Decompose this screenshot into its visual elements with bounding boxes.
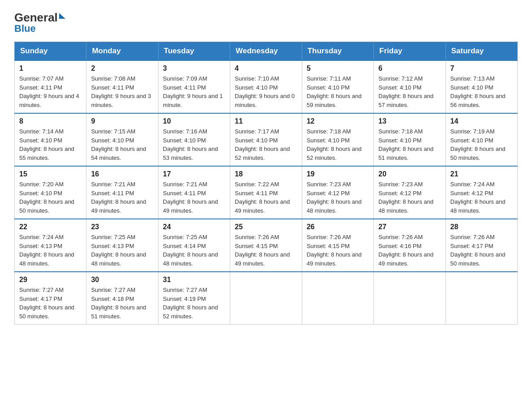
day-cell-15: 15 Sunrise: 7:20 AMSunset: 4:10 PMDaylig…	[15, 166, 86, 219]
day-cell-21: 21 Sunrise: 7:24 AMSunset: 4:12 PMDaylig…	[446, 166, 517, 219]
day-number: 15	[19, 170, 82, 178]
empty-cell	[374, 272, 446, 325]
empty-cell	[302, 272, 373, 325]
day-cell-13: 13 Sunrise: 7:18 AMSunset: 4:10 PMDaylig…	[374, 113, 446, 166]
day-info: Sunrise: 7:23 AMSunset: 4:12 PMDaylight:…	[307, 180, 369, 215]
day-info: Sunrise: 7:25 AMSunset: 4:13 PMDaylight:…	[91, 233, 153, 268]
day-number: 8	[19, 117, 82, 125]
day-number: 27	[378, 223, 441, 231]
logo-blue-text: Blue	[14, 23, 36, 34]
day-cell-29: 29 Sunrise: 7:27 AMSunset: 4:17 PMDaylig…	[15, 272, 86, 325]
day-number: 25	[235, 223, 297, 231]
day-info: Sunrise: 7:24 AMSunset: 4:12 PMDaylight:…	[450, 180, 513, 215]
week-row-1: 1 Sunrise: 7:07 AMSunset: 4:11 PMDayligh…	[15, 60, 518, 113]
day-info: Sunrise: 7:24 AMSunset: 4:13 PMDaylight:…	[19, 233, 82, 268]
day-info: Sunrise: 7:27 AMSunset: 4:17 PMDaylight:…	[19, 286, 82, 321]
day-cell-30: 30 Sunrise: 7:27 AMSunset: 4:18 PMDaylig…	[86, 272, 158, 325]
calendar-header-row: SundayMondayTuesdayWednesdayThursdayFrid…	[15, 42, 518, 61]
logo: General Blue	[14, 11, 65, 34]
day-info: Sunrise: 7:23 AMSunset: 4:12 PMDaylight:…	[378, 180, 441, 215]
day-number: 28	[450, 223, 513, 231]
day-number: 24	[163, 223, 225, 231]
day-cell-20: 20 Sunrise: 7:23 AMSunset: 4:12 PMDaylig…	[374, 166, 446, 219]
day-info: Sunrise: 7:26 AMSunset: 4:15 PMDaylight:…	[307, 233, 369, 268]
column-header-sunday: Sunday	[15, 42, 86, 61]
day-number: 14	[450, 117, 513, 125]
day-number: 12	[307, 117, 369, 125]
day-cell-19: 19 Sunrise: 7:23 AMSunset: 4:12 PMDaylig…	[302, 166, 373, 219]
day-number: 26	[307, 223, 369, 231]
day-number: 4	[235, 64, 297, 73]
day-cell-11: 11 Sunrise: 7:17 AMSunset: 4:10 PMDaylig…	[230, 113, 302, 166]
day-number: 16	[91, 170, 153, 178]
day-number: 30	[91, 276, 153, 284]
day-info: Sunrise: 7:21 AMSunset: 4:11 PMDaylight:…	[163, 180, 225, 215]
day-number: 3	[163, 64, 225, 73]
day-cell-7: 7 Sunrise: 7:13 AMSunset: 4:10 PMDayligh…	[446, 60, 517, 113]
day-info: Sunrise: 7:26 AMSunset: 4:16 PMDaylight:…	[378, 233, 441, 268]
day-cell-2: 2 Sunrise: 7:08 AMSunset: 4:11 PMDayligh…	[86, 60, 158, 113]
day-cell-5: 5 Sunrise: 7:11 AMSunset: 4:10 PMDayligh…	[302, 60, 373, 113]
day-cell-16: 16 Sunrise: 7:21 AMSunset: 4:11 PMDaylig…	[86, 166, 158, 219]
day-cell-1: 1 Sunrise: 7:07 AMSunset: 4:11 PMDayligh…	[15, 60, 86, 113]
day-info: Sunrise: 7:12 AMSunset: 4:10 PMDaylight:…	[378, 74, 441, 109]
empty-cell	[230, 272, 302, 325]
column-header-monday: Monday	[86, 42, 158, 61]
day-number: 10	[163, 117, 225, 125]
day-info: Sunrise: 7:11 AMSunset: 4:10 PMDaylight:…	[307, 74, 369, 109]
week-row-5: 29 Sunrise: 7:27 AMSunset: 4:17 PMDaylig…	[15, 272, 518, 325]
day-number: 19	[307, 170, 369, 178]
day-info: Sunrise: 7:10 AMSunset: 4:10 PMDaylight:…	[235, 74, 297, 109]
day-number: 23	[91, 223, 153, 231]
day-info: Sunrise: 7:09 AMSunset: 4:11 PMDaylight:…	[163, 74, 225, 109]
day-number: 17	[163, 170, 225, 178]
day-cell-9: 9 Sunrise: 7:15 AMSunset: 4:10 PMDayligh…	[86, 113, 158, 166]
day-info: Sunrise: 7:13 AMSunset: 4:10 PMDaylight:…	[450, 74, 513, 109]
day-info: Sunrise: 7:21 AMSunset: 4:11 PMDaylight:…	[91, 180, 153, 215]
logo-arrow-icon	[59, 13, 65, 19]
day-number: 2	[91, 64, 153, 73]
day-info: Sunrise: 7:22 AMSunset: 4:11 PMDaylight:…	[235, 180, 297, 215]
day-info: Sunrise: 7:07 AMSunset: 4:11 PMDaylight:…	[19, 74, 82, 109]
day-cell-12: 12 Sunrise: 7:18 AMSunset: 4:10 PMDaylig…	[302, 113, 373, 166]
day-number: 5	[307, 64, 369, 73]
week-row-4: 22 Sunrise: 7:24 AMSunset: 4:13 PMDaylig…	[15, 219, 518, 272]
day-cell-10: 10 Sunrise: 7:16 AMSunset: 4:10 PMDaylig…	[158, 113, 230, 166]
column-header-tuesday: Tuesday	[158, 42, 230, 61]
day-info: Sunrise: 7:19 AMSunset: 4:10 PMDaylight:…	[450, 127, 513, 162]
day-number: 22	[19, 223, 82, 231]
day-cell-23: 23 Sunrise: 7:25 AMSunset: 4:13 PMDaylig…	[86, 219, 158, 272]
day-number: 13	[378, 117, 441, 125]
day-info: Sunrise: 7:27 AMSunset: 4:18 PMDaylight:…	[91, 286, 153, 321]
week-row-3: 15 Sunrise: 7:20 AMSunset: 4:10 PMDaylig…	[15, 166, 518, 219]
day-info: Sunrise: 7:25 AMSunset: 4:14 PMDaylight:…	[163, 233, 225, 268]
day-cell-3: 3 Sunrise: 7:09 AMSunset: 4:11 PMDayligh…	[158, 60, 230, 113]
day-number: 9	[91, 117, 153, 125]
day-cell-27: 27 Sunrise: 7:26 AMSunset: 4:16 PMDaylig…	[374, 219, 446, 272]
day-cell-28: 28 Sunrise: 7:26 AMSunset: 4:17 PMDaylig…	[446, 219, 517, 272]
day-info: Sunrise: 7:18 AMSunset: 4:10 PMDaylight:…	[378, 127, 441, 162]
day-number: 11	[235, 117, 297, 125]
day-cell-17: 17 Sunrise: 7:21 AMSunset: 4:11 PMDaylig…	[158, 166, 230, 219]
day-number: 20	[378, 170, 441, 178]
day-cell-24: 24 Sunrise: 7:25 AMSunset: 4:14 PMDaylig…	[158, 219, 230, 272]
day-cell-4: 4 Sunrise: 7:10 AMSunset: 4:10 PMDayligh…	[230, 60, 302, 113]
day-info: Sunrise: 7:27 AMSunset: 4:19 PMDaylight:…	[163, 286, 225, 321]
day-number: 29	[19, 276, 82, 284]
day-info: Sunrise: 7:20 AMSunset: 4:10 PMDaylight:…	[19, 180, 82, 215]
day-number: 6	[378, 64, 441, 73]
day-number: 1	[19, 64, 82, 73]
day-info: Sunrise: 7:15 AMSunset: 4:10 PMDaylight:…	[91, 127, 153, 162]
day-cell-25: 25 Sunrise: 7:26 AMSunset: 4:15 PMDaylig…	[230, 219, 302, 272]
day-info: Sunrise: 7:08 AMSunset: 4:11 PMDaylight:…	[91, 74, 153, 109]
day-cell-26: 26 Sunrise: 7:26 AMSunset: 4:15 PMDaylig…	[302, 219, 373, 272]
day-info: Sunrise: 7:18 AMSunset: 4:10 PMDaylight:…	[307, 127, 369, 162]
day-number: 7	[450, 64, 513, 73]
day-number: 21	[450, 170, 513, 178]
day-number: 18	[235, 170, 297, 178]
day-cell-14: 14 Sunrise: 7:19 AMSunset: 4:10 PMDaylig…	[446, 113, 517, 166]
day-info: Sunrise: 7:17 AMSunset: 4:10 PMDaylight:…	[235, 127, 297, 162]
day-cell-31: 31 Sunrise: 7:27 AMSunset: 4:19 PMDaylig…	[158, 272, 230, 325]
column-header-saturday: Saturday	[446, 42, 517, 61]
day-info: Sunrise: 7:26 AMSunset: 4:17 PMDaylight:…	[450, 233, 513, 268]
